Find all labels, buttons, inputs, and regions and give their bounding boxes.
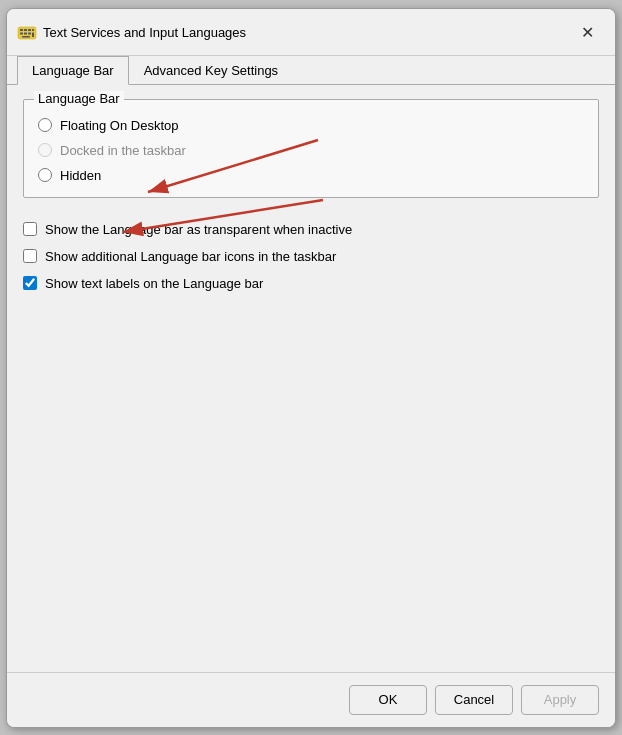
radio-hidden: Hidden: [38, 168, 584, 183]
tab-advanced-key-settings[interactable]: Advanced Key Settings: [129, 56, 293, 85]
svg-rect-5: [24, 32, 27, 34]
svg-rect-1: [20, 29, 23, 31]
checkbox-additional-icons: Show additional Language bar icons in th…: [23, 247, 599, 266]
radio-docked: Docked in the taskbar: [38, 143, 584, 158]
radio-floating-label: Floating On Desktop: [60, 118, 179, 133]
apply-button[interactable]: Apply: [521, 685, 599, 715]
checkbox-transparent-input[interactable]: [23, 222, 37, 236]
close-button[interactable]: ✕: [573, 19, 601, 47]
group-label: Language Bar: [34, 91, 124, 106]
radio-docked-label: Docked in the taskbar: [60, 143, 186, 158]
checkbox-additional-icons-input[interactable]: [23, 249, 37, 263]
svg-rect-3: [28, 29, 31, 31]
radio-hidden-label: Hidden: [60, 168, 101, 183]
tab-bar: Language Bar Advanced Key Settings: [7, 56, 615, 85]
main-content: Language Bar Floating On Desktop Docked …: [7, 85, 615, 672]
radio-group: Floating On Desktop Docked in the taskba…: [38, 118, 584, 183]
ok-button[interactable]: OK: [349, 685, 427, 715]
svg-rect-6: [28, 32, 31, 34]
title-bar-left: Text Services and Input Languages: [17, 23, 246, 43]
app-icon: [17, 23, 37, 43]
svg-rect-9: [32, 32, 34, 37]
checkbox-transparent: Show the Language bar as transparent whe…: [23, 220, 599, 239]
svg-rect-2: [24, 29, 27, 31]
checkbox-text-labels: Show text labels on the Language bar: [23, 274, 599, 293]
radio-floating-input[interactable]: [38, 118, 52, 132]
svg-rect-7: [22, 36, 30, 38]
radio-hidden-input[interactable]: [38, 168, 52, 182]
checkboxes-area: Show the Language bar as transparent whe…: [23, 220, 599, 293]
cancel-button[interactable]: Cancel: [435, 685, 513, 715]
radio-floating: Floating On Desktop: [38, 118, 584, 133]
checkbox-text-labels-input[interactable]: [23, 276, 37, 290]
language-bar-group: Language Bar Floating On Desktop Docked …: [23, 99, 599, 198]
footer: OK Cancel Apply: [7, 672, 615, 727]
tab-language-bar[interactable]: Language Bar: [17, 56, 129, 85]
dialog-title: Text Services and Input Languages: [43, 25, 246, 40]
checkbox-additional-icons-label: Show additional Language bar icons in th…: [45, 249, 336, 264]
svg-rect-8: [32, 29, 34, 31]
radio-docked-input: [38, 143, 52, 157]
title-bar: Text Services and Input Languages ✕: [7, 9, 615, 56]
dialog: Text Services and Input Languages ✕ Lang…: [6, 8, 616, 728]
checkbox-text-labels-label: Show text labels on the Language bar: [45, 276, 263, 291]
svg-rect-4: [20, 32, 23, 34]
radio-hidden-container: Hidden: [38, 168, 584, 183]
checkbox-transparent-label: Show the Language bar as transparent whe…: [45, 222, 352, 237]
